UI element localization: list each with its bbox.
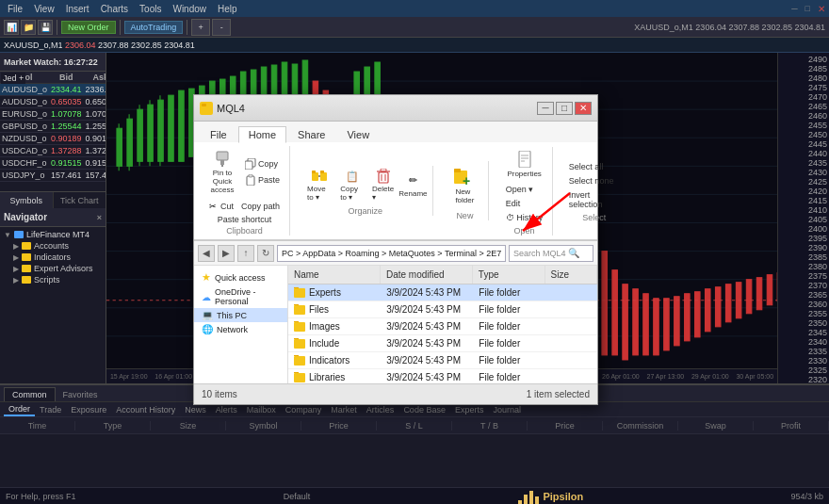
nav-back-btn[interactable]: ◀	[198, 245, 215, 262]
menu-help[interactable]: Help	[214, 4, 241, 14]
menu-tools[interactable]: Tools	[136, 4, 165, 14]
subtab-news[interactable]: News	[180, 404, 211, 415]
cut-btn[interactable]: ✂ Cut	[206, 200, 236, 213]
navigator-close[interactable]: ×	[97, 213, 102, 222]
dialog-close[interactable]: ✕	[575, 102, 592, 115]
copy-btn[interactable]: Copy	[241, 156, 284, 171]
market-row[interactable]: EURUSD_o 1.07078 1.07078	[0, 108, 106, 121]
open-btn[interactable]: Open ▾	[503, 183, 546, 196]
menu-insert[interactable]: Insert	[62, 4, 93, 14]
col-bid[interactable]: Bid	[49, 72, 84, 84]
invert-selection-btn[interactable]: Invert selection	[566, 188, 623, 211]
rename-btn[interactable]: ✏ Rename	[398, 171, 427, 201]
subtab-articles[interactable]: Articles	[362, 404, 399, 415]
tab-favorites[interactable]: Favorites	[56, 388, 106, 401]
cut-label: Cut	[220, 202, 234, 211]
col-ask[interactable]: Ask	[84, 72, 106, 84]
paste-btn[interactable]: Paste	[241, 172, 284, 187]
market-row[interactable]: AUDUSD_o 0.65035 0.65035	[0, 96, 106, 108]
market-row[interactable]: GBPUSD_o 1.25544 1.25544	[0, 121, 106, 133]
save-btn[interactable]: 💾	[38, 20, 53, 35]
select-none-btn[interactable]: Select none	[566, 174, 623, 187]
market-row[interactable]: AUDUSD_o 2334.41 2336.95	[0, 84, 106, 96]
tab-symbols[interactable]: Symbols	[0, 192, 54, 208]
subtab-company[interactable]: Company	[281, 404, 327, 415]
file-row[interactable]: Include 3/9/2024 5:43 PM File folder	[288, 335, 597, 352]
open-btn[interactable]: 📁	[21, 20, 36, 35]
file-row[interactable]: Indicators 3/9/2024 5:43 PM File folder	[288, 352, 597, 369]
file-row[interactable]: Images 3/9/2024 5:43 PM File folder	[288, 318, 597, 335]
nav-indicators[interactable]: ▶ Indicators	[0, 252, 106, 263]
market-row[interactable]: USDCHF_o 0.91515 0.91515	[0, 157, 106, 170]
file-row[interactable]: Libraries 3/9/2024 5:43 PM File folder	[288, 369, 597, 383]
menu-window[interactable]: Window	[169, 4, 210, 14]
dialog-minimize[interactable]: ─	[537, 102, 554, 115]
file-row[interactable]: Experts 3/9/2024 5:43 PM File folder	[288, 285, 597, 301]
file-row[interactable]: Files 3/9/2024 5:43 PM File folder	[288, 301, 597, 318]
col-header-name[interactable]: Name	[288, 266, 381, 284]
col-header-date[interactable]: Date modified	[381, 266, 473, 284]
select-all-btn[interactable]: Select all	[566, 160, 623, 173]
nav-forward-btn[interactable]: ▶	[218, 245, 235, 262]
col-header-size[interactable]: Size	[545, 266, 597, 284]
subtab-mailbox[interactable]: Mailbox	[242, 404, 281, 415]
new-order-btn[interactable]: New Order	[61, 21, 116, 34]
dialog-maximize[interactable]: □	[556, 102, 573, 115]
sidebar-this-pc[interactable]: 💻 This PC	[194, 308, 287, 322]
copy-icon	[245, 158, 256, 170]
market-row[interactable]: NZDUSD_o 0.90189 0.90180	[0, 133, 106, 145]
nav-lifefinance-mt4[interactable]: ▼ LifeFinance MT4	[0, 229, 106, 240]
nav-scripts[interactable]: ▶ Scripts	[0, 274, 106, 285]
subtab-journal[interactable]: Journal	[488, 404, 526, 415]
subtab-experts[interactable]: Experts	[450, 404, 489, 415]
properties-btn[interactable]: Properties	[502, 147, 545, 181]
new-folder-btn[interactable]: + Newfolder	[447, 161, 482, 209]
window-maximize[interactable]: □	[805, 4, 810, 13]
sidebar-network[interactable]: 🌐 Network	[194, 322, 287, 336]
file-list[interactable]: Name Date modified Type Size Experts 3/9…	[288, 266, 597, 383]
edit-btn[interactable]: Edit	[503, 197, 546, 210]
col-header-type[interactable]: Type	[473, 266, 545, 284]
menu-file[interactable]: File	[4, 4, 26, 14]
svg-rect-51	[623, 285, 627, 360]
subtab-codebase[interactable]: Code Base	[398, 404, 450, 415]
ribbon-tab-share[interactable]: Share	[287, 126, 335, 142]
history-btn[interactable]: ⏱ History	[503, 211, 546, 224]
address-path[interactable]: PC > AppData > Roaming > MetaQuotes > Te…	[277, 245, 506, 262]
paste-shortcut-btn[interactable]: Paste shortcut	[216, 215, 274, 224]
zoom-in-btn[interactable]: +	[191, 19, 210, 36]
menu-view[interactable]: View	[30, 4, 58, 14]
market-row[interactable]: USDJPY_o 157.461 157.462	[0, 170, 106, 182]
subtab-account-history[interactable]: Account History	[111, 404, 180, 415]
sidebar-quick-access[interactable]: ★ Quick access	[194, 269, 287, 285]
search-box[interactable]: Search MQL4 🔍	[509, 245, 593, 262]
tab-common[interactable]: Common	[4, 387, 56, 401]
window-close[interactable]: ✕	[818, 4, 825, 14]
nav-accounts[interactable]: ▶ Accounts	[0, 240, 106, 252]
ribbon-tab-home[interactable]: Home	[238, 126, 286, 143]
tab-tick-chart[interactable]: Tick Chart	[54, 192, 106, 208]
new-chart-btn[interactable]: 📊	[4, 20, 19, 35]
ribbon-tab-file[interactable]: File	[200, 126, 237, 142]
ribbon-tab-view[interactable]: View	[336, 126, 380, 142]
delete-btn[interactable]: Delete ▾	[369, 166, 397, 204]
subtab-exposure[interactable]: Exposure	[66, 404, 111, 415]
pin-btn[interactable]: Pin to Quickaccess	[205, 146, 239, 197]
nav-refresh-btn[interactable]: ↻	[257, 245, 274, 262]
menu-charts[interactable]: Charts	[97, 4, 132, 14]
move-to-btn[interactable]: Move to ▾	[303, 166, 334, 204]
nav-expert-advisors[interactable]: ▶ Expert Advisors	[0, 263, 106, 274]
subtab-order[interactable]: Order	[4, 403, 35, 416]
window-minimize[interactable]: ─	[791, 4, 797, 13]
copy-path-btn[interactable]: Copy path	[238, 200, 283, 213]
market-row[interactable]: USDCAD_o 1.37288 1.37288	[0, 145, 106, 157]
copy-to-btn[interactable]: 📋 Copy to ▾	[336, 166, 367, 204]
nav-up-btn[interactable]: ↑	[237, 245, 254, 262]
subtab-market[interactable]: Market	[326, 404, 362, 415]
subtab-trade[interactable]: Trade	[35, 404, 66, 415]
zoom-out-btn[interactable]: -	[212, 19, 231, 36]
sidebar-onedrive[interactable]: ☁ OneDrive - Personal	[194, 285, 287, 308]
invert-selection-label: Invert selection	[569, 190, 620, 209]
autotrading-btn[interactable]: AutoTrading	[124, 21, 184, 34]
subtab-alerts[interactable]: Alerts	[211, 404, 242, 415]
